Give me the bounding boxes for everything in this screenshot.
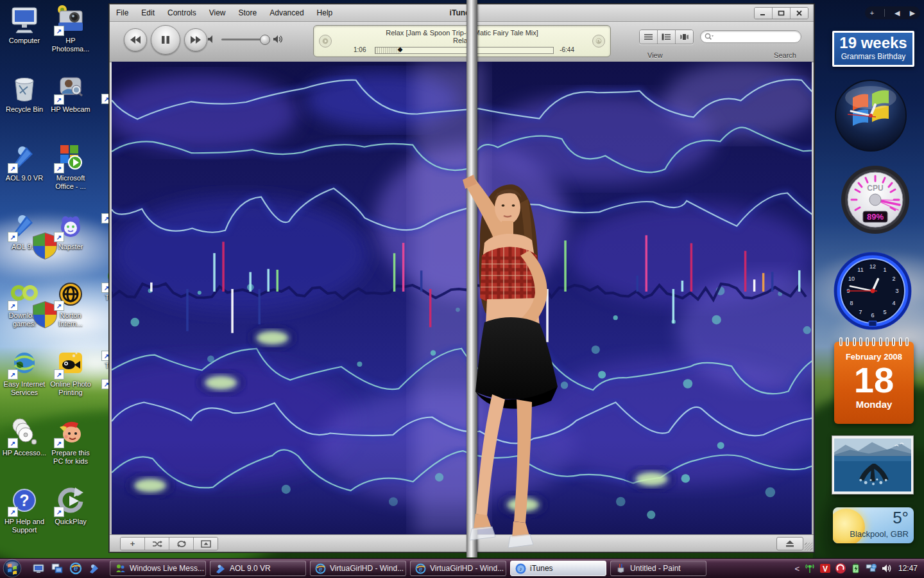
tray-expand-chevron[interactable]: < [794,564,800,574]
menu-controls[interactable]: Controls [167,8,196,17]
view-coverflow-button[interactable] [675,30,693,44]
volume-slider[interactable] [221,39,269,40]
show-artwork-button[interactable] [193,538,218,550]
cpu-meter-gadget[interactable]: CPU 89% [840,164,911,236]
view-list-button[interactable] [640,30,657,44]
desktop-icon-computer[interactable]: Computer [1,4,47,73]
desktop-icon-hp-photosma[interactable]: ↗HP Photosma... [47,4,94,73]
shortcut-arrow-icon: ↗ [54,26,64,36]
vcast-tray-icon[interactable]: V [819,563,831,574]
maximize-button[interactable] [772,8,790,19]
weather-gadget[interactable]: 5° Blackpool, GBR [833,507,914,543]
resize-grip[interactable] [805,543,812,550]
progress-bar[interactable]: ◆ [375,47,554,54]
napster-icon: ↗ [55,210,86,241]
eject-button[interactable] [776,537,803,550]
taskbar-clock[interactable]: 12:47 [898,564,918,573]
add-gadget-button[interactable]: + [870,9,874,17]
neon-clock-gadget[interactable]: 123456789101112 [832,250,913,331]
taskbar-button-virtuagirlhd-wind[interactable]: eVirtuaGirlHD - Wind... [310,561,406,576]
countdown-gadget[interactable]: 19 weeks Granmars Birthday [832,31,914,67]
photo-slideshow-gadget[interactable] [832,435,914,495]
calendar-gadget[interactable]: February 2008 18 Monday [834,342,914,424]
itunes-icon: ♪ [515,563,526,574]
shuffle-button[interactable] [144,538,169,550]
desktop-icon-microsoft-office[interactable]: ↗Microsoft Office - ... [47,141,94,210]
volume-high-icon [273,35,283,44]
menu-help[interactable]: Help [317,8,333,17]
weather-location: Blackpool, GBR [850,529,909,539]
previous-button[interactable] [124,28,147,51]
taskbar-button-itunes[interactable]: ♪iTunes [510,561,606,576]
desktop-icon-hp-webcam[interactable]: ↗HP Webcam [47,73,94,141]
desktop-icon-aol-9-0-vr[interactable]: ↗AOL 9.0 VR [1,141,47,210]
desktop-icon-aol-9-0[interactable]: ↗AOL 9.0 [1,210,47,279]
monitor-icon [9,4,40,35]
menu-store[interactable]: Store [239,8,257,17]
desktop-icon-download-games[interactable]: ↗Download games! [1,279,47,347]
menu-advanced[interactable]: Advanced [270,8,304,17]
desktop-icon-label: Napster [58,243,83,251]
quickplay-icon: ↗ [55,485,86,516]
games-icon: ↗ [9,279,40,310]
desktop-icon-prepare-this-pc-for-kids[interactable]: ↗Prepare this PC for kids [47,416,94,485]
desktop-icon-hp-help-and-support[interactable]: ?↗HP Help and Support [1,485,47,554]
kid-icon: ↗ [55,416,86,447]
menu-edit[interactable]: Edit [141,8,155,17]
repeat-button[interactable] [169,538,193,550]
next-button[interactable] [184,28,207,51]
shortcut-arrow-icon: ↗ [54,438,64,448]
volume-tray-icon[interactable] [881,563,893,574]
desktop-icon-label: QuickPlay [55,518,87,526]
shield-icon [30,231,42,243]
wireless-tray-icon[interactable] [804,563,816,574]
search-box [700,30,801,43]
task-button-label: VirtuaGirlHD - Wind... [430,564,504,573]
taskbar-button-aol-9-0-vr[interactable]: AOL 9.0 VR [210,561,306,576]
show-desktop-icon[interactable] [32,562,45,575]
task-button-label: AOL 9.0 VR [230,564,271,573]
pause-button[interactable] [151,25,180,55]
minimize-button[interactable] [755,8,772,19]
svg-text:V: V [823,565,828,574]
svg-text:e: e [419,565,423,572]
internet-explorer-icon[interactable]: e [69,562,82,575]
volume-knob[interactable] [260,35,270,45]
cds-icon: ↗ [9,416,40,447]
desktop-icon-label: AOL 9.0 VR [6,174,43,182]
progress-scrubber[interactable]: ◆ [398,46,403,53]
aol-quicklaunch-icon[interactable] [88,562,101,575]
svg-text:4: 4 [892,300,895,306]
desktop-icon-online-photo-printing[interactable]: ↗Online Photo Printing [47,347,94,416]
desktop-icon-recycle-bin[interactable]: Recycle Bin [1,73,47,141]
switch-windows-icon[interactable] [51,562,64,575]
view-label: View [647,51,663,59]
start-button[interactable] [3,559,22,578]
webcam-icon: ↗ [55,73,86,103]
desktop-icon-quickplay[interactable]: ↗QuickPlay [47,485,94,554]
desktop-icon-hp-accesso[interactable]: ↗HP Accesso... [1,416,47,485]
desktop-icon-easy-internet-services[interactable]: ↗Easy Internet Services [1,347,47,416]
next-page-button[interactable]: ▶ [910,9,915,17]
taskbar-button-untitled-paint[interactable]: Untitled - Paint [610,561,706,576]
menu-file[interactable]: File [116,8,128,17]
aol-icon: ↗ [9,141,40,172]
taskbar-button-virtuagirlhd-wind[interactable]: eVirtuaGirlHD - Wind... [410,561,506,576]
prev-page-button[interactable]: ◀ [894,9,900,17]
svg-text:12: 12 [869,263,876,270]
network-tray-icon[interactable] [866,563,877,574]
playback-controls [124,25,207,55]
track-artist: Relax [314,37,610,44]
add-playlist-button[interactable]: + [121,538,144,550]
desktop-icon-grid: Computer↗HP Photosma...Recycle Bin↗HP We… [1,4,94,554]
menu-view[interactable]: View [209,8,226,17]
windows-clock-gadget[interactable] [834,78,908,153]
search-input[interactable] [700,30,801,43]
taskbar-button-windows-live-mess[interactable]: Windows Live Mess... [110,561,206,576]
battery-tray-icon[interactable] [850,563,862,574]
system-tray: < V 12:47 [794,563,924,574]
close-button[interactable] [790,8,808,19]
view-album-button[interactable] [657,30,675,44]
avira-tray-icon[interactable] [835,563,846,574]
help-icon: ?↗ [9,485,40,516]
